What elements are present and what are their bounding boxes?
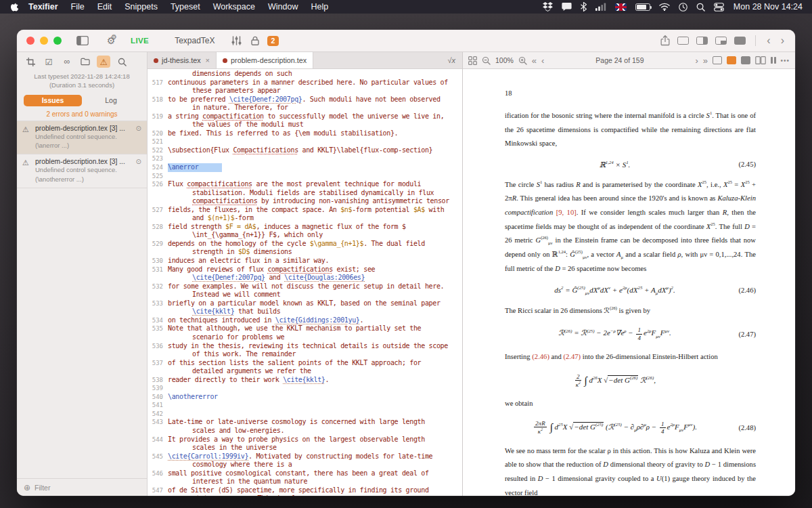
code-line[interactable]: strength in $D$ dimensions <box>148 248 462 257</box>
code-line[interactable]: in nature. Therefore, for <box>148 104 462 112</box>
issue-goto-icon[interactable]: ⊙ <box>136 158 141 165</box>
code-line[interactable]: scales and low-energies. <box>148 427 462 436</box>
minimize-window-button[interactable] <box>40 37 48 45</box>
next-page-icon[interactable]: › <box>695 56 698 65</box>
code-line[interactable]: the values of the moduli must <box>148 121 462 129</box>
menu-item-typeset[interactable]: Typeset <box>171 2 200 12</box>
code-line[interactable]: 524\anerror <box>148 163 462 172</box>
zoom-out-icon[interactable] <box>482 56 491 65</box>
view-mode-pdf-corner-icon[interactable] <box>715 37 727 45</box>
code-line[interactable]: 532for some examples. We will not discus… <box>148 282 462 291</box>
code-line[interactable]: Instead we will comment <box>148 291 462 299</box>
menu-item-file[interactable]: File <box>71 2 85 12</box>
crop-tool-icon[interactable] <box>24 56 37 68</box>
code-line[interactable]: 529depends on the homology of the cycle … <box>148 240 462 249</box>
code-line[interactable]: 525 <box>148 172 462 181</box>
code-line[interactable]: dimensions depends on such <box>148 70 462 79</box>
issue-item[interactable]: ⚠⊙problem-description.tex [3] ...Undefin… <box>17 154 147 188</box>
menu-item-window[interactable]: Window <box>268 2 298 12</box>
code-line[interactable]: 541 <box>148 401 462 410</box>
code-line[interactable]: 522\subsection{Flux Compactifications an… <box>148 146 462 155</box>
tab-problem-description[interactable]: problem-description.tex <box>217 52 313 68</box>
menu-item-edit[interactable]: Edit <box>97 2 112 12</box>
menu-bar-clock[interactable]: Mon 28 Nov 14:24 <box>734 2 803 12</box>
code-line[interactable]: \cite{Denef:2007pq} and \cite{Douglas:20… <box>148 274 462 282</box>
menu-item-help[interactable]: Help <box>311 2 328 12</box>
view-mode-pdf-only-icon[interactable] <box>734 37 746 45</box>
code-line[interactable]: stabilisation. Moduli fields are stabili… <box>148 189 462 198</box>
last-page-icon[interactable]: » <box>703 56 708 65</box>
issue-item[interactable]: ⚠⊙problem-description.tex [3] ...Undefin… <box>17 121 147 155</box>
more-options-icon[interactable]: ••• <box>781 57 790 64</box>
code-line[interactable]: cosmology where there is a <box>148 461 462 469</box>
thumbnails-grid-icon[interactable] <box>468 56 477 65</box>
code-line[interactable]: of this work. The remainder <box>148 350 462 359</box>
code-line[interactable]: scales in the universe <box>148 444 462 452</box>
code-line[interactable]: 536study in the thesis, reviewing its te… <box>148 342 462 351</box>
history-back-icon[interactable]: ‹ <box>765 35 771 46</box>
tab-log[interactable]: Log <box>82 95 140 106</box>
code-line[interactable]: 521 <box>148 137 462 146</box>
files-folder-icon[interactable] <box>78 56 92 68</box>
code-line[interactable]: 523 <box>148 154 462 163</box>
window-titlebar[interactable]: ⚙⚙ LIVE TexpadTeX 2 ‹ › <box>17 30 795 52</box>
messages-icon[interactable] <box>562 2 572 12</box>
filter-icon[interactable]: ⊕ <box>24 483 30 492</box>
error-count-badge[interactable]: 2 <box>267 36 279 46</box>
code-line[interactable]: 538reader directly to their work \cite{k… <box>148 376 462 385</box>
zoom-in-icon[interactable] <box>518 56 527 65</box>
tab-issues[interactable]: Issues <box>24 95 82 106</box>
zoom-level[interactable]: 100% <box>495 56 514 64</box>
history-forward-icon[interactable]: › <box>780 35 786 46</box>
bluetooth-icon[interactable] <box>581 2 587 12</box>
code-line[interactable]: \cite{kklt} that builds <box>148 308 462 316</box>
dropbox-icon[interactable] <box>543 2 553 12</box>
code-line[interactable]: 543Late-time or late-universe cosmology … <box>148 418 462 427</box>
issue-goto-icon[interactable]: ⊙ <box>136 125 141 132</box>
page-indicator[interactable]: Page 24 of 159 <box>595 56 644 64</box>
menu-item-workspace[interactable]: Workspace <box>213 2 255 12</box>
code-line[interactable]: 533briefly on a particular model known a… <box>148 299 462 308</box>
code-line[interactable]: 547of de Sitter (dS) spacetime, more spe… <box>148 486 462 495</box>
clock-app-icon[interactable] <box>679 3 687 12</box>
spotlight-search-icon[interactable] <box>696 3 705 12</box>
symbols-infinity-icon[interactable]: ∞ <box>60 56 74 68</box>
keyboard-language-flag-icon[interactable] <box>615 3 627 11</box>
live-typeset-indicator[interactable]: LIVE <box>131 37 149 45</box>
code-line[interactable]: 527fields, the fluxes, in the compact sp… <box>148 206 462 215</box>
code-line[interactable]: 520be fixed. This is referred to as {\em… <box>148 129 462 138</box>
code-line[interactable]: \int_{\gamma_{n+1}} F$, which only <box>148 231 462 240</box>
control-center-icon[interactable] <box>714 3 724 12</box>
code-line[interactable]: 540\anothererror <box>148 393 462 402</box>
typeset-engine-label[interactable]: TexpadTeX <box>175 36 215 45</box>
code-line[interactable]: 519a string compactification to successf… <box>148 112 462 121</box>
code-line[interactable]: 544It provides a way to probe physics on… <box>148 436 462 444</box>
zoom-window-button[interactable] <box>53 37 62 45</box>
first-page-icon[interactable]: « <box>532 56 537 65</box>
typeset-settings-gears-icon[interactable]: ⚙⚙ <box>104 35 118 46</box>
code-line[interactable]: 528field strength $F = dA$, induces a ma… <box>148 223 462 232</box>
code-line[interactable]: 535Note that although, we use the KKLT m… <box>148 324 462 333</box>
pdf-scroll-area[interactable]: 18 ification for the bosonic string wher… <box>463 69 795 496</box>
sidebar-search-icon[interactable] <box>115 56 129 68</box>
code-line[interactable]: scenario for problems we <box>148 333 462 342</box>
tasks-checkbox-icon[interactable]: ☑ <box>42 56 55 68</box>
code-line[interactable]: 537of this section lists the salient poi… <box>148 359 462 368</box>
pause-typeset-icon[interactable] <box>771 57 776 64</box>
typeset-options-sliders-icon[interactable] <box>231 36 242 45</box>
code-line[interactable]: detailed arguments we refer the <box>148 367 462 376</box>
code-line[interactable]: 526Flux compactifications are the most p… <box>148 180 462 189</box>
code-line[interactable]: states or vacua. This is also <box>148 494 462 496</box>
code-line[interactable]: 530induces an electric flux in a similar… <box>148 257 462 266</box>
code-line[interactable]: 534on techniques introduced in \cite{Gid… <box>148 316 462 325</box>
close-tab-icon[interactable]: × <box>206 56 210 64</box>
code-line[interactable]: 545\cite{Carroll:1999iv}. Motivated by c… <box>148 452 462 461</box>
wifi-icon[interactable] <box>659 3 670 11</box>
cellular-icon[interactable] <box>595 3 606 11</box>
pdf-outline-icon[interactable] <box>713 56 722 64</box>
apple-menu-icon[interactable] <box>11 2 19 12</box>
menu-item-app[interactable]: Texifier <box>28 2 58 12</box>
code-line[interactable]: 518to be preferred \cite{Denef:2007pq}. … <box>148 96 462 104</box>
previous-page-icon[interactable]: ‹ <box>541 56 544 65</box>
code-line[interactable]: 546small positive cosmological constant,… <box>148 469 462 478</box>
